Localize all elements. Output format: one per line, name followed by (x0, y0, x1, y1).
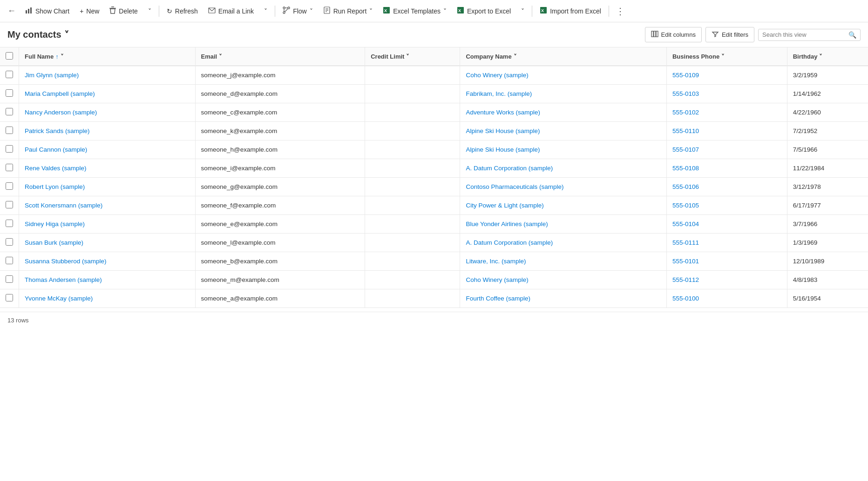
row-checkbox[interactable] (6, 89, 13, 97)
flow-chevron-icon: ˅ (310, 7, 313, 15)
toolbar: ← Show Chart + New Delete ˅ ↻ Refresh Em… (0, 0, 868, 22)
more-options-button[interactable]: ⋮ (612, 4, 629, 19)
cell-business-phone[interactable]: 555-0108 (666, 159, 787, 178)
run-report-button[interactable]: Run Report ˅ (319, 4, 378, 18)
cell-business-phone[interactable]: 555-0112 (666, 271, 787, 289)
row-checkbox[interactable] (6, 145, 13, 153)
svg-text:X: X (384, 8, 387, 13)
cell-business-phone[interactable]: 555-0107 (666, 140, 787, 159)
cell-company-name[interactable]: Alpine Ski House (sample) (460, 140, 667, 159)
cell-company-name[interactable]: Fourth Coffee (sample) (460, 289, 667, 308)
refresh-button[interactable]: ↻ Refresh (162, 5, 203, 18)
row-checkbox[interactable] (6, 294, 13, 301)
cell-business-phone[interactable]: 555-0106 (666, 178, 787, 196)
cell-full-name[interactable]: Nancy Anderson (sample) (19, 103, 196, 122)
row-checkbox[interactable] (6, 238, 13, 246)
cell-full-name[interactable]: Paul Cannon (sample) (19, 140, 196, 159)
export-excel-label: Export to Excel (467, 7, 511, 15)
cell-credit-limit (365, 252, 460, 271)
cell-business-phone[interactable]: 555-0104 (666, 215, 787, 234)
cell-credit-limit (365, 215, 460, 234)
cell-full-name[interactable]: Sidney Higa (sample) (19, 215, 196, 234)
new-button[interactable]: + New (75, 5, 104, 18)
page-title: My contacts (7, 29, 61, 40)
cell-company-name[interactable]: Coho Winery (sample) (460, 66, 667, 85)
cell-full-name[interactable]: Patrick Sands (sample) (19, 122, 196, 140)
cell-full-name[interactable]: Scott Konersmann (sample) (19, 196, 196, 215)
search-input[interactable] (762, 31, 848, 38)
flow-label: Flow (293, 7, 307, 15)
row-checkbox[interactable] (6, 164, 13, 171)
cell-business-phone[interactable]: 555-0105 (666, 196, 787, 215)
cell-full-name[interactable]: Yvonne McKay (sample) (19, 289, 196, 308)
cell-birthday: 11/22/1984 (787, 159, 868, 178)
cell-company-name[interactable]: Adventure Works (sample) (460, 103, 667, 122)
row-checkbox[interactable] (6, 275, 13, 283)
cell-company-name[interactable]: Alpine Ski House (sample) (460, 122, 667, 140)
excel-templates-button[interactable]: X Excel Templates ˅ (378, 4, 451, 18)
row-checkbox[interactable] (6, 257, 13, 264)
cell-full-name[interactable]: Thomas Andersen (sample) (19, 271, 196, 289)
cell-company-name[interactable]: Fabrikam, Inc. (sample) (460, 85, 667, 103)
export-excel-button[interactable]: X Export to Excel (452, 4, 515, 18)
cell-full-name[interactable]: Robert Lyon (sample) (19, 178, 196, 196)
delete-dropdown-button[interactable]: ˅ (143, 5, 156, 18)
cell-email: someone_c@example.com (195, 103, 365, 122)
cell-company-name[interactable]: A. Datum Corporation (sample) (460, 159, 667, 178)
cell-full-name[interactable]: Rene Valdes (sample) (19, 159, 196, 178)
row-checkbox[interactable] (6, 108, 13, 115)
svg-point-7 (288, 7, 290, 9)
row-checkbox[interactable] (6, 182, 13, 190)
cell-business-phone[interactable]: 555-0111 (666, 234, 787, 252)
cell-company-name[interactable]: Coho Winery (sample) (460, 271, 667, 289)
cell-business-phone[interactable]: 555-0109 (666, 66, 787, 85)
back-button[interactable]: ← (4, 4, 20, 18)
phone-sort-icon[interactable]: ˅ (721, 53, 725, 60)
col-business-phone-label: Business Phone (672, 53, 719, 60)
cell-full-name[interactable]: Susanna Stubberod (sample) (19, 252, 196, 271)
cell-full-name[interactable]: Susan Burk (sample) (19, 234, 196, 252)
cell-business-phone[interactable]: 555-0102 (666, 103, 787, 122)
row-checkbox[interactable] (6, 220, 13, 227)
cell-email: someone_j@example.com (195, 66, 365, 85)
import-excel-button[interactable]: X Import from Excel (535, 4, 606, 18)
cell-birthday: 6/17/1977 (787, 196, 868, 215)
cell-business-phone[interactable]: 555-0100 (666, 289, 787, 308)
cell-company-name[interactable]: A. Datum Corporation (sample) (460, 234, 667, 252)
company-sort-icon[interactable]: ˅ (514, 53, 517, 60)
edit-columns-button[interactable]: Edit columns (645, 27, 702, 42)
row-checkbox[interactable] (6, 71, 13, 78)
cell-business-phone[interactable]: 555-0101 (666, 252, 787, 271)
cell-business-phone[interactable]: 555-0103 (666, 85, 787, 103)
export-excel-dropdown-button[interactable]: ˅ (516, 5, 529, 18)
email-link-button[interactable]: Email a Link (203, 5, 258, 18)
email-sort-icon[interactable]: ˅ (219, 53, 222, 60)
cell-full-name[interactable]: Maria Campbell (sample) (19, 85, 196, 103)
row-checkbox[interactable] (6, 127, 13, 134)
cell-company-name[interactable]: Litware, Inc. (sample) (460, 252, 667, 271)
birthday-sort-icon[interactable]: ˅ (819, 53, 822, 60)
cell-company-name[interactable]: Blue Yonder Airlines (sample) (460, 215, 667, 234)
show-chart-button[interactable]: Show Chart (20, 4, 74, 18)
select-all-checkbox[interactable] (6, 52, 13, 60)
cell-full-name[interactable]: Jim Glynn (sample) (19, 66, 196, 85)
separator-2 (275, 6, 275, 17)
flow-button[interactable]: Flow ˅ (278, 4, 318, 18)
credit-sort-icon[interactable]: ˅ (406, 53, 409, 60)
row-checkbox[interactable] (6, 201, 13, 208)
sort-dropdown-icon[interactable]: ˅ (61, 53, 64, 60)
row-checkbox-cell (0, 289, 19, 308)
cell-birthday: 1/3/1969 (787, 234, 868, 252)
svg-point-8 (283, 12, 285, 13)
table-row: Patrick Sands (sample)someone_k@example.… (0, 122, 868, 140)
email-link-dropdown-button[interactable]: ˅ (259, 5, 272, 18)
cell-company-name[interactable]: City Power & Light (sample) (460, 196, 667, 215)
new-icon: + (80, 7, 83, 15)
edit-filters-button[interactable]: Edit filters (705, 27, 754, 42)
svg-text:X: X (541, 8, 544, 13)
delete-button[interactable]: Delete (105, 4, 142, 18)
row-checkbox-cell (0, 66, 19, 85)
cell-business-phone[interactable]: 555-0110 (666, 122, 787, 140)
cell-credit-limit (365, 271, 460, 289)
cell-company-name[interactable]: Contoso Pharmaceuticals (sample) (460, 178, 667, 196)
